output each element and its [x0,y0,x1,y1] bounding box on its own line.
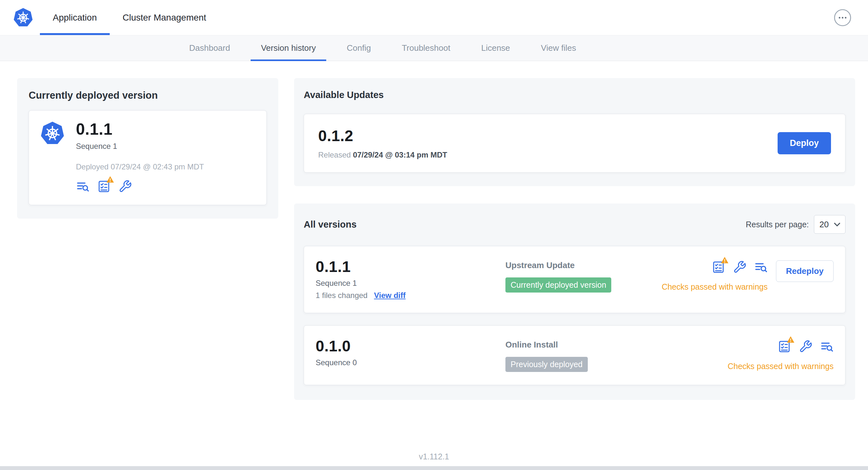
top-navbar: Application Cluster Management [0,0,868,35]
version-row-left: 0.1.1 Sequence 1 1 files changed View di… [316,258,505,300]
version-row-0-1-0: 0.1.0 Sequence 0 Online Install Previous… [304,325,845,385]
nav-tab-dashboard[interactable]: Dashboard [179,35,240,61]
row-version-number: 0.1.0 [316,337,505,355]
released-label: Released [318,150,351,159]
warning-triangle-icon [786,336,795,344]
warning-triangle-icon [721,256,729,264]
files-changed-label: 1 files changed [316,291,367,300]
checks-status-text: Checks passed with warnings [662,282,768,292]
all-versions-title: All versions [304,219,356,230]
preflight-checks-icon[interactable] [712,260,725,274]
tab-cluster-management[interactable]: Cluster Management [110,0,219,35]
edit-config-icon[interactable] [799,340,812,353]
release-notes-icon[interactable] [754,260,768,274]
deployed-version-panel: 0.1.1 Sequence 1 Deployed 07/29/24 @ 02:… [29,110,267,205]
bottom-edge-divider [0,466,868,470]
chevron-down-icon [834,222,841,227]
update-version-info: 0.1.2 Released 07/29/24 @ 03:14 pm MDT [318,127,447,160]
console-version-label: v1.112.1 [0,452,868,461]
version-row-middle: Online Install Previously deployed [505,337,728,372]
currently-deployed-title: Currently deployed version [29,90,267,101]
nav-tab-version-history[interactable]: Version history [251,35,326,61]
release-notes-icon[interactable] [820,340,834,353]
version-row-left: 0.1.0 Sequence 0 [316,337,505,367]
row-action-icons [712,260,768,274]
results-per-page-value: 20 [819,220,829,230]
row-source-label: Upstream Update [505,260,662,270]
nav-tab-license[interactable]: License [471,35,521,61]
warning-triangle-icon [106,175,114,183]
deployed-version-number: 0.1.1 [76,121,204,138]
kubernetes-logo-icon [13,7,33,28]
release-notes-icon[interactable] [76,180,89,193]
overflow-menu-button[interactable] [834,9,851,26]
row-icons-status: Checks passed with warnings [728,340,834,371]
nav-tab-troubleshoot[interactable]: Troubleshoot [392,35,461,61]
currently-deployed-badge: Currently deployed version [505,277,611,293]
row-version-number: 0.1.1 [316,258,505,275]
view-diff-link[interactable]: View diff [374,291,405,300]
results-per-page-label: Results per page: [746,220,809,229]
preflight-checks-icon[interactable] [778,340,791,353]
previously-deployed-badge: Previously deployed [505,357,588,372]
version-row-right: Checks passed with warnings [728,337,834,371]
available-updates-card: Available Updates 0.1.2 Released 07/29/2… [294,78,855,186]
row-sequence: Sequence 1 [316,279,505,288]
released-date: 07/29/24 @ 03:14 pm MDT [353,150,447,159]
app-subnav: Dashboard Version history Config Trouble… [0,35,868,61]
row-files-line: 1 files changed View diff [316,291,505,300]
checks-status-text: Checks passed with warnings [728,362,834,371]
tab-application[interactable]: Application [40,0,110,35]
row-sequence: Sequence 0 [316,358,505,367]
preflight-checks-icon[interactable] [97,180,111,193]
row-icons-status: Checks passed with warnings [662,260,768,292]
available-update-row: 0.1.2 Released 07/29/24 @ 03:14 pm MDT D… [304,114,845,173]
update-released-line: Released 07/29/24 @ 03:14 pm MDT [318,150,447,160]
all-versions-header: All versions Results per page: 20 [304,215,845,234]
version-row-right: Checks passed with warnings Redeploy [662,258,834,292]
edit-config-icon[interactable] [733,260,746,274]
top-tabs: Application Cluster Management [40,0,219,35]
version-row-middle: Upstream Update Currently deployed versi… [505,258,662,293]
nav-tab-config[interactable]: Config [337,35,381,61]
deployed-timestamp: Deployed 07/29/24 @ 02:43 pm MDT [76,162,204,171]
kubernetes-app-icon [40,121,65,146]
results-per-page-select[interactable]: 20 [814,215,845,234]
version-row-0-1-1: 0.1.1 Sequence 1 1 files changed View di… [304,246,845,313]
update-version-number: 0.1.2 [318,127,447,145]
row-action-icons [778,340,834,353]
deployed-sequence: Sequence 1 [76,142,204,151]
available-updates-title: Available Updates [304,90,845,100]
deployed-action-icons [76,180,204,193]
results-per-page: Results per page: 20 [746,215,845,234]
currently-deployed-card: Currently deployed version 0.1.1 [17,78,278,219]
redeploy-button[interactable]: Redeploy [776,260,834,282]
nav-tab-view-files[interactable]: View files [530,35,586,61]
deploy-button[interactable]: Deploy [778,132,831,154]
edit-config-icon[interactable] [118,180,132,193]
deployed-version-info: 0.1.1 Sequence 1 Deployed 07/29/24 @ 02:… [76,121,204,193]
all-versions-card: All versions Results per page: 20 0.1.1 … [294,203,855,400]
row-source-label: Online Install [505,340,728,350]
